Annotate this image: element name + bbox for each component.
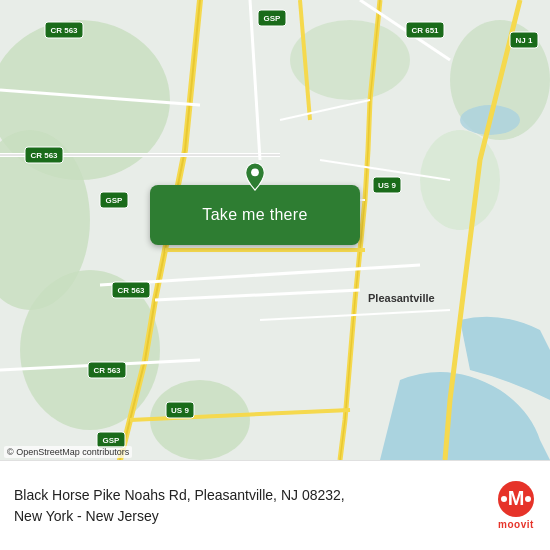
address-info: Black Horse Pike Noahs Rd, Pleasantville… [14, 485, 486, 527]
svg-text:M: M [508, 487, 525, 509]
address-line2: New York - New Jersey [14, 506, 486, 527]
take-me-there-label: Take me there [202, 206, 307, 224]
take-me-there-button[interactable]: Take me there [150, 185, 360, 245]
svg-text:US 9: US 9 [378, 181, 396, 190]
svg-point-47 [251, 168, 259, 176]
svg-text:CR 563: CR 563 [117, 286, 145, 295]
moovit-text: moovit [498, 519, 534, 530]
svg-point-50 [501, 496, 507, 502]
svg-point-51 [525, 496, 531, 502]
svg-text:Pleasantville: Pleasantville [368, 292, 435, 304]
svg-text:GSP: GSP [103, 436, 121, 445]
moovit-icon: M [496, 481, 536, 517]
svg-text:CR 563: CR 563 [30, 151, 58, 160]
svg-text:US 9: US 9 [171, 406, 189, 415]
map-attribution: © OpenStreetMap contributors [4, 446, 132, 458]
svg-text:GSP: GSP [106, 196, 124, 205]
svg-text:CR 563: CR 563 [50, 26, 78, 35]
svg-text:CR 651: CR 651 [411, 26, 439, 35]
address-line1: Black Horse Pike Noahs Rd, Pleasantville… [14, 485, 486, 506]
svg-text:CR 563: CR 563 [93, 366, 121, 375]
map-container: CR 563 GSP CR 651 NJ 1 CR 563 GSP US 9 C… [0, 0, 550, 460]
svg-point-6 [420, 130, 500, 230]
bottom-bar: Black Horse Pike Noahs Rd, Pleasantville… [0, 460, 550, 550]
svg-text:GSP: GSP [264, 14, 282, 23]
moovit-logo: M moovit [496, 481, 536, 530]
location-pin-icon [241, 163, 269, 191]
svg-text:NJ 1: NJ 1 [516, 36, 533, 45]
